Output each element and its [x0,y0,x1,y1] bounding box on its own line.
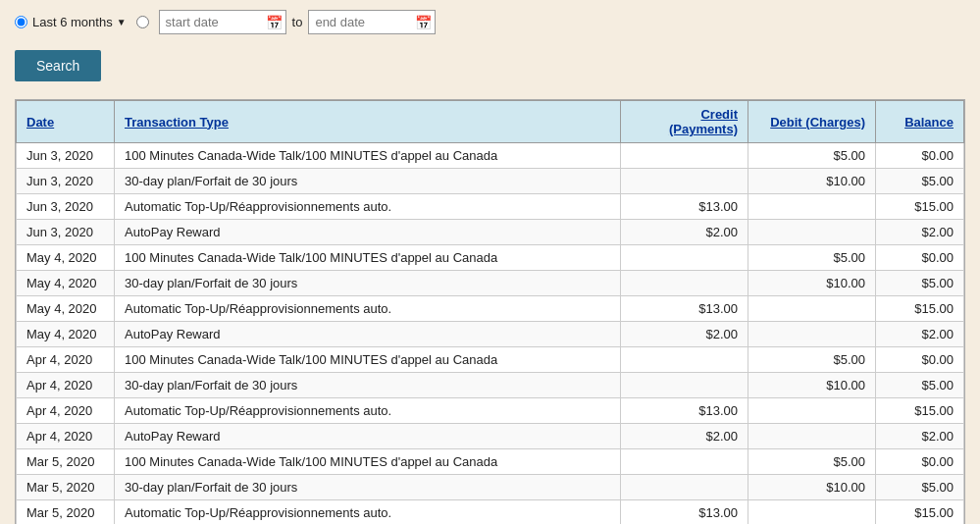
table-row: Mar 5, 2020 30-day plan/Forfait de 30 jo… [17,475,964,500]
start-date-wrap: 📅 [159,10,286,34]
cell-debit: $10.00 [748,373,876,398]
table-row: Jun 3, 2020 100 Minutes Canada-Wide Talk… [17,143,964,169]
cell-debit: $5.00 [748,245,876,271]
search-button[interactable]: Search [15,50,101,81]
cell-balance: $5.00 [876,475,964,500]
table-body: Jun 3, 2020 100 Minutes Canada-Wide Talk… [17,143,964,525]
dropdown-select[interactable]: Last 6 months ▼ [32,15,127,29]
cell-credit: $2.00 [621,220,748,245]
radio-custom[interactable] [136,16,149,28]
cell-credit: $13.00 [621,296,748,322]
header-type[interactable]: Transaction Type [115,101,621,143]
cell-balance: $5.00 [876,271,964,296]
dropdown-label: Last 6 months [32,15,113,29]
cell-balance: $15.00 [876,296,964,322]
cell-type: AutoPay Reward [115,424,621,449]
cell-debit: $5.00 [748,347,876,373]
cell-date: Jun 3, 2020 [17,194,115,220]
radio-option-preset[interactable]: Last 6 months ▼ [15,15,127,29]
cell-type: Automatic Top-Up/Réapprovisionnements au… [115,296,621,322]
cell-type: 100 Minutes Canada-Wide Talk/100 MINUTES… [115,449,621,475]
cell-balance: $0.00 [876,143,964,169]
cell-debit [748,500,876,525]
cell-balance: $0.00 [876,449,964,475]
cell-debit: $5.00 [748,143,876,169]
cell-type: Automatic Top-Up/Réapprovisionnements au… [115,500,621,525]
table-row: Apr 4, 2020 100 Minutes Canada-Wide Talk… [17,347,964,373]
cell-date: May 4, 2020 [17,245,115,271]
cell-date: May 4, 2020 [17,296,115,322]
cell-date: Apr 4, 2020 [17,373,115,398]
cell-date: Apr 4, 2020 [17,398,115,424]
cell-date: Jun 3, 2020 [17,143,115,169]
header-debit[interactable]: Debit (Charges) [748,101,876,143]
cell-debit: $10.00 [748,475,876,500]
cell-type: 30-day plan/Forfait de 30 jours [115,373,621,398]
table-row: Apr 4, 2020 Automatic Top-Up/Réapprovisi… [17,398,964,424]
cell-credit [621,169,748,194]
table-row: May 4, 2020 Automatic Top-Up/Réapprovisi… [17,296,964,322]
cell-credit: $2.00 [621,322,748,347]
cell-date: Jun 3, 2020 [17,220,115,245]
radio-option-custom[interactable] [136,16,149,28]
cell-debit [748,296,876,322]
table-row: May 4, 2020 100 Minutes Canada-Wide Talk… [17,245,964,271]
cell-debit [748,398,876,424]
cell-date: May 4, 2020 [17,322,115,347]
header-credit[interactable]: Credit (Payments) [621,101,748,143]
cell-type: 100 Minutes Canada-Wide Talk/100 MINUTES… [115,245,621,271]
cell-credit [621,347,748,373]
cell-debit [748,424,876,449]
cell-credit: $13.00 [621,500,748,525]
cell-debit [748,220,876,245]
cell-debit: $5.00 [748,449,876,475]
table-row: Jun 3, 2020 Automatic Top-Up/Réapprovisi… [17,194,964,220]
cell-balance: $0.00 [876,347,964,373]
table-header-row: Date Transaction Type Credit (Payments) … [17,101,964,143]
cell-debit [748,194,876,220]
cell-type: 30-day plan/Forfait de 30 jours [115,271,621,296]
transaction-table-container: Date Transaction Type Credit (Payments) … [15,99,965,524]
table-row: Apr 4, 2020 AutoPay Reward $2.00 $2.00 [17,424,964,449]
cell-type: AutoPay Reward [115,322,621,347]
end-calendar-icon[interactable]: 📅 [415,15,432,30]
table-row: Apr 4, 2020 30-day plan/Forfait de 30 jo… [17,373,964,398]
cell-balance: $2.00 [876,322,964,347]
cell-balance: $5.00 [876,169,964,194]
to-label: to [292,15,303,29]
cell-balance: $2.00 [876,220,964,245]
cell-credit: $13.00 [621,398,748,424]
dropdown-arrow-icon: ▼ [117,17,127,27]
cell-date: Mar 5, 2020 [17,449,115,475]
cell-type: 100 Minutes Canada-Wide Talk/100 MINUTES… [115,143,621,169]
table-row: May 4, 2020 AutoPay Reward $2.00 $2.00 [17,322,964,347]
cell-credit [621,449,748,475]
cell-date: Apr 4, 2020 [17,424,115,449]
filter-row: Last 6 months ▼ 📅 to 📅 [15,10,965,34]
cell-balance: $2.00 [876,424,964,449]
cell-balance: $0.00 [876,245,964,271]
date-range: 📅 to 📅 [159,10,437,34]
table-row: May 4, 2020 30-day plan/Forfait de 30 jo… [17,271,964,296]
header-balance[interactable]: Balance [876,101,964,143]
end-date-wrap: 📅 [308,10,436,34]
cell-debit [748,322,876,347]
start-calendar-icon[interactable]: 📅 [266,15,283,30]
cell-type: Automatic Top-Up/Réapprovisionnements au… [115,398,621,424]
table-row: Mar 5, 2020 100 Minutes Canada-Wide Talk… [17,449,964,475]
cell-credit: $13.00 [621,194,748,220]
header-date[interactable]: Date [17,101,115,143]
cell-type: Automatic Top-Up/Réapprovisionnements au… [115,194,621,220]
cell-type: 30-day plan/Forfait de 30 jours [115,169,621,194]
cell-debit: $10.00 [748,271,876,296]
cell-date: Mar 5, 2020 [17,500,115,525]
cell-credit [621,143,748,169]
cell-credit [621,475,748,500]
cell-balance: $15.00 [876,398,964,424]
cell-type: 30-day plan/Forfait de 30 jours [115,475,621,500]
cell-balance: $15.00 [876,194,964,220]
table-row: Jun 3, 2020 30-day plan/Forfait de 30 jo… [17,169,964,194]
cell-credit [621,373,748,398]
radio-preset[interactable] [15,16,27,28]
cell-credit: $2.00 [621,424,748,449]
